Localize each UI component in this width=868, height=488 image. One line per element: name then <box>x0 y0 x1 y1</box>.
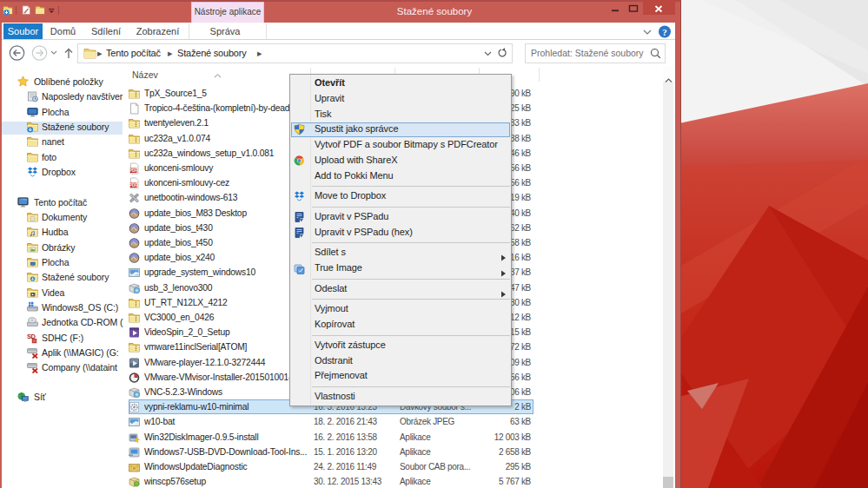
svg-text:PDF: PDF <box>129 168 137 173</box>
svg-text:PDF: PDF <box>129 183 137 188</box>
svg-text:?: ? <box>662 27 667 37</box>
